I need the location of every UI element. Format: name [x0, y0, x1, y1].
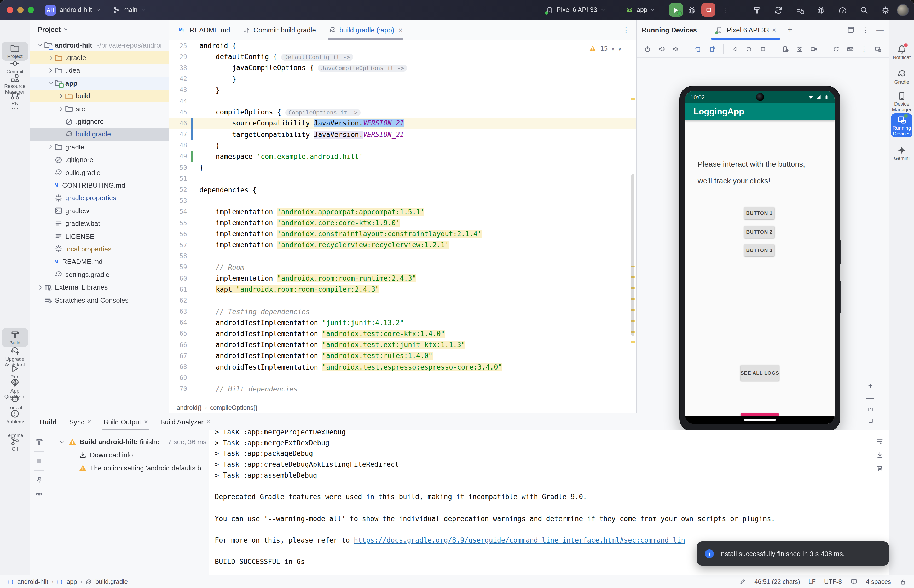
breadcrumb-item[interactable]: android{} — [177, 404, 202, 411]
prev-warning-arrow[interactable]: ∧ — [611, 46, 615, 52]
soft-wrap-icon[interactable] — [876, 438, 884, 445]
notifications-balloon-icon[interactable] — [850, 578, 857, 585]
editor-scrollbar[interactable] — [631, 174, 635, 336]
zoom-window-button[interactable] — [28, 7, 34, 13]
tree-item-src[interactable]: src — [30, 102, 169, 115]
close-icon[interactable]: × — [87, 418, 91, 425]
tree-item-.gitignore[interactable]: .gitignore — [30, 153, 169, 166]
device-settings-icon[interactable] — [782, 45, 789, 53]
close-window-button[interactable] — [7, 7, 13, 13]
fit-to-window-icon[interactable] — [867, 417, 874, 425]
indent-widget[interactable]: 4 spaces — [866, 578, 891, 585]
rotate-left-icon[interactable] — [694, 45, 702, 53]
see-all-logs-button[interactable]: SEE ALL LOGS — [741, 365, 779, 381]
notification-toast[interactable]: i Install successfully finished in 3 s 4… — [697, 541, 889, 565]
zoom-in-button[interactable]: + — [868, 382, 873, 389]
tree-item-android-hilt[interactable]: android-hilt~/private-repos/androi — [30, 39, 169, 52]
tree-item-build.gradle[interactable]: build.gradle — [30, 166, 169, 179]
tree-item-gradlew.bat[interactable]: gradlew.bat — [30, 217, 169, 230]
tree-item-CONTRIBUTING.md[interactable]: M↓CONTRIBUTING.md — [30, 179, 169, 192]
close-icon[interactable]: × — [399, 26, 402, 34]
run-configuration-selector[interactable]: app — [625, 0, 655, 20]
right-stripe-item-gemini[interactable]: Gemini — [891, 144, 912, 163]
run-button[interactable] — [669, 3, 683, 17]
lock-icon[interactable] — [899, 578, 907, 585]
editor-tab-options-icon[interactable]: ⋮ — [616, 26, 636, 34]
build-tab-Build Analyzer[interactable]: Build Analyzer× — [155, 414, 216, 430]
nav-handle[interactable] — [744, 418, 776, 421]
pin-icon[interactable] — [35, 476, 43, 485]
build-variants-icon[interactable] — [795, 5, 804, 15]
power-icon[interactable] — [644, 45, 651, 53]
project-widget[interactable]: AH android-hilt — [45, 0, 101, 20]
button-3[interactable]: BUTTON 3 — [744, 244, 775, 256]
tree-item-settings.gradle[interactable]: settings.gradle — [30, 268, 169, 281]
restart-icon[interactable] — [832, 45, 840, 53]
zoom-reset-button[interactable]: 1:1 — [866, 406, 874, 412]
scroll-to-end-icon[interactable] — [876, 451, 884, 459]
line-ending-widget[interactable]: LF — [809, 578, 816, 585]
build-tree-row[interactable]: The option setting 'android.defaults.b — [48, 462, 208, 475]
next-warning-arrow[interactable]: ∨ — [618, 46, 621, 52]
breadcrumb-item[interactable]: compileOptions{} — [210, 404, 257, 411]
left-stripe-item-git[interactable]: Git — [2, 435, 28, 453]
right-stripe-item-gradle[interactable]: Gradle — [891, 68, 912, 86]
overview-icon[interactable] — [759, 45, 767, 53]
tree-item-.idea[interactable]: .idea — [30, 64, 169, 77]
volume-up-icon[interactable] — [658, 45, 665, 53]
user-avatar[interactable] — [897, 4, 909, 16]
profiler-icon[interactable] — [838, 5, 847, 15]
gradle-doc-link[interactable]: https://docs.gradle.org/8.9/userguide/co… — [354, 536, 685, 544]
build-tree-row[interactable]: Build android-hilt: finishe7 sec, 36 ms — [48, 435, 208, 449]
stop-button[interactable] — [701, 3, 715, 17]
zoom-out-button[interactable]: — — [866, 394, 874, 401]
editor-tab-README.md[interactable]: M↓README.md — [173, 20, 236, 40]
inspections-widget[interactable]: 15 ∧ ∨ — [587, 44, 623, 53]
more-options-icon[interactable]: ⋮ — [862, 26, 869, 34]
add-device-tab-button[interactable]: + — [788, 25, 793, 34]
search-everywhere-icon[interactable] — [860, 5, 869, 15]
volume-down-icon[interactable] — [672, 45, 679, 53]
status-breadcrumb-item[interactable]: build.gradle — [95, 578, 128, 585]
home-icon[interactable] — [745, 45, 753, 53]
hardware-input-icon[interactable] — [846, 45, 854, 53]
build-icon[interactable] — [753, 5, 761, 15]
hide-panel-icon[interactable]: — — [876, 26, 884, 34]
debug-button[interactable] — [688, 5, 697, 15]
tree-item-.gitignore[interactable]: .gitignore — [30, 115, 169, 128]
tree-item-.gradle[interactable]: .gradle — [30, 52, 169, 64]
layout-icon[interactable] — [846, 26, 855, 34]
right-stripe-item-notifications[interactable]: Notificat — [891, 43, 912, 62]
close-icon[interactable]: × — [772, 26, 776, 34]
device-selector[interactable]: Pixel 6 API 33 — [546, 0, 606, 20]
left-stripe-item-more-tool-windows[interactable]: ⋯ — [2, 102, 28, 114]
tree-item-local.properties[interactable]: local.properties — [30, 243, 169, 255]
settings-icon[interactable] — [881, 5, 890, 15]
highlighting-level-icon[interactable] — [739, 578, 746, 585]
attach-debugger-icon[interactable] — [817, 5, 826, 15]
sync-project-icon[interactable] — [774, 5, 783, 15]
tree-item-LICENSE[interactable]: LICENSE — [30, 230, 169, 243]
tree-item-gradle.properties[interactable]: gradle.properties — [30, 192, 169, 204]
device-tab[interactable]: Pixel 6 API 33 × — [712, 20, 780, 40]
rotate-right-icon[interactable] — [709, 45, 716, 53]
filter-build-icon[interactable] — [35, 438, 43, 446]
close-icon[interactable]: × — [207, 418, 210, 425]
tree-item-External Libraries[interactable]: External Libraries — [30, 281, 169, 294]
tree-item-build[interactable]: build — [30, 90, 169, 102]
build-tree-row[interactable]: Download info — [48, 449, 208, 462]
editor-tab-Commit: build.gradle[interactable]: Commit: build.gradle — [236, 20, 322, 40]
status-breadcrumb-item[interactable]: app — [67, 578, 77, 585]
more-run-actions[interactable]: ⋮ — [720, 6, 728, 14]
build-tab-Build Output[interactable]: Build Output× — [99, 414, 153, 430]
button-1[interactable]: BUTTON 1 — [744, 207, 775, 219]
clear-output-icon[interactable] — [876, 465, 884, 472]
button-2[interactable]: BUTTON 2 — [744, 226, 775, 238]
stop-build-icon[interactable] — [35, 457, 43, 465]
right-stripe-item-running-devices[interactable]: RunningDevices — [891, 113, 912, 138]
left-stripe-item-build[interactable]: Build — [2, 328, 28, 347]
inspect-output-icon[interactable] — [35, 490, 43, 498]
chevron-down-icon[interactable] — [63, 27, 68, 32]
tree-item-gradle[interactable]: gradle — [30, 141, 169, 153]
layout-inspector-icon[interactable] — [874, 45, 882, 53]
